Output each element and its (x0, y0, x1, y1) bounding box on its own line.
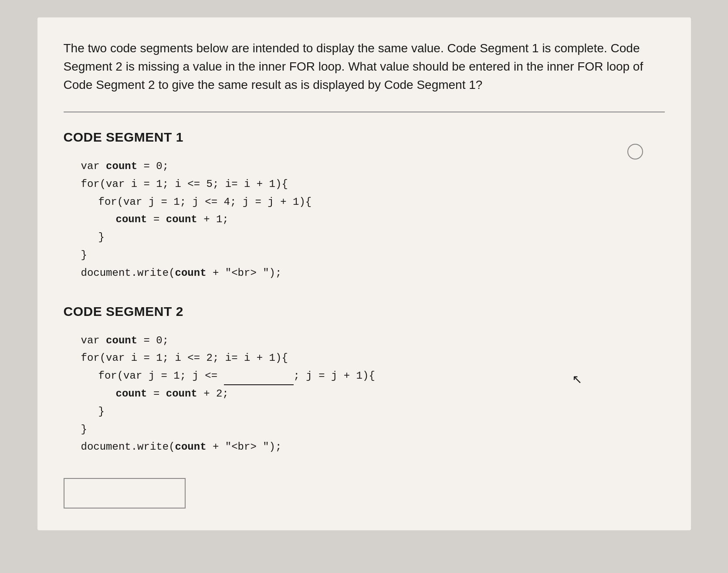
cs1-line2: for(var i = 1; i <= 5; i= i + 1){ (81, 176, 665, 193)
cs1-line6: } (81, 247, 665, 264)
cursor-icon: ↖ (572, 372, 582, 387)
segment2-title: CODE SEGMENT 2 (64, 304, 665, 319)
code-segment-1: var count = 0; for(var i = 1; i <= 5; i=… (64, 158, 665, 282)
blank-input[interactable] (224, 373, 294, 385)
cs2-line6: } (81, 421, 665, 439)
cs1-line5: } (81, 229, 665, 247)
cs2-line1: var count = 0; (81, 332, 665, 350)
cs1-line1: var count = 0; (81, 158, 665, 176)
code-segment-2: var count = 0; for(var i = 1; i <= 2; i=… (64, 332, 665, 457)
cs1-line4: count = count + 1; (81, 211, 665, 229)
cs2-line7: document.write(count + "<br> "); (81, 438, 665, 456)
radio-circle[interactable] (627, 144, 643, 159)
divider-1 (64, 112, 665, 112)
intro-paragraph: The two code segments below are intended… (64, 39, 665, 94)
cs1-line3: for(var j = 1; j <= 4; j = j + 1){ (81, 193, 665, 211)
cs1-line7: document.write(count + "<br> "); (81, 264, 665, 282)
answer-box[interactable] (64, 478, 186, 509)
cs2-line4: count = count + 2; (81, 385, 665, 403)
page-container: The two code segments below are intended… (37, 17, 691, 530)
cs2-line5: } (81, 403, 665, 421)
cs2-line2: for(var i = 1; i <= 2; i= i + 1){ (81, 349, 665, 367)
segment1-title: CODE SEGMENT 1 (64, 130, 665, 145)
